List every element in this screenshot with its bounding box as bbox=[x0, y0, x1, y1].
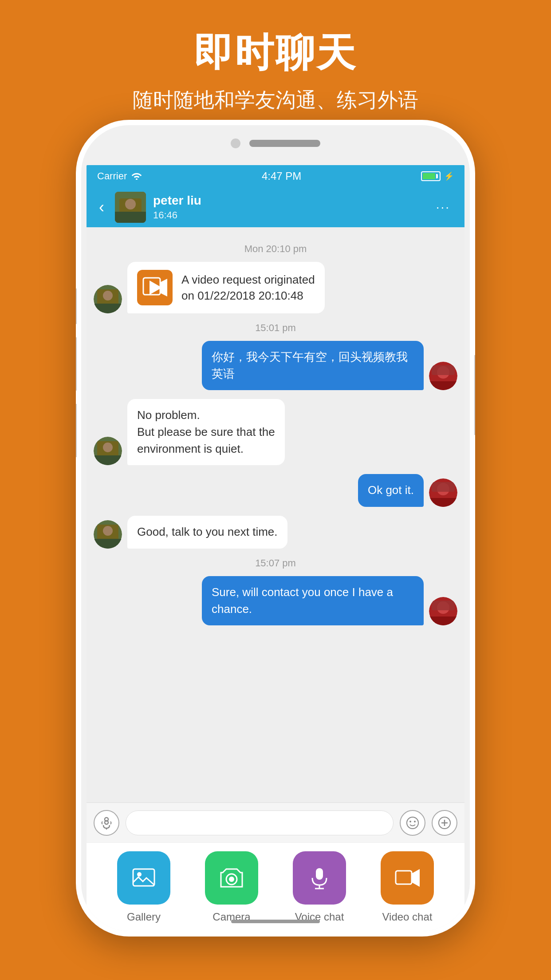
message-row-received-1: No problem.But please be sure that theen… bbox=[94, 399, 457, 465]
bubble-received-2: Good, talk to you next time. bbox=[127, 516, 287, 549]
back-button[interactable]: ‹ bbox=[95, 194, 108, 220]
video-request-text: A video request originatedon 01/22/2018 … bbox=[181, 272, 315, 304]
wifi-icon bbox=[131, 171, 142, 182]
bubble-sent-3: Sure, will contact you once I have a cha… bbox=[202, 576, 424, 625]
header-area: 即时聊天 随时随地和学友沟通、练习外语 bbox=[0, 0, 551, 132]
svg-rect-31 bbox=[429, 616, 457, 625]
input-bar bbox=[87, 802, 464, 842]
contact-last-time: 16:46 bbox=[153, 209, 424, 221]
svg-rect-15 bbox=[429, 381, 457, 390]
phone-top-decor bbox=[231, 138, 320, 148]
timestamp-1: Mon 20:10 pm bbox=[94, 243, 457, 255]
status-time: 4:47 PM bbox=[262, 170, 301, 182]
toolbar-item-voice-chat[interactable]: Voice chat bbox=[293, 851, 346, 923]
video-icon-box bbox=[137, 270, 173, 305]
battery-indicator bbox=[421, 171, 441, 181]
svg-point-42 bbox=[137, 872, 142, 877]
gallery-label: Gallery bbox=[127, 911, 161, 923]
svg-marker-11 bbox=[160, 279, 167, 296]
message-row-sent-2: Ok got it. bbox=[94, 474, 457, 507]
camera-icon-box bbox=[205, 851, 258, 905]
voice-chat-icon-box bbox=[293, 851, 346, 905]
svg-rect-41 bbox=[133, 869, 154, 886]
svg-point-44 bbox=[229, 877, 234, 882]
front-camera bbox=[231, 138, 240, 148]
message-row-sent-3: Sure, will contact you once I have a cha… bbox=[94, 576, 457, 625]
svg-point-0 bbox=[136, 178, 138, 180]
sent-avatar-3 bbox=[429, 597, 457, 625]
timestamp-3: 15:07 pm bbox=[94, 557, 457, 569]
svg-point-33 bbox=[105, 821, 108, 824]
emoji-button[interactable] bbox=[400, 810, 425, 836]
video-request-bubble: A video request originatedon 01/22/2018 … bbox=[127, 262, 325, 313]
svg-rect-19 bbox=[94, 455, 122, 465]
gallery-icon-box bbox=[117, 851, 170, 905]
chat-area[interactable]: Mon 20:10 pm bbox=[87, 227, 464, 802]
svg-marker-49 bbox=[412, 869, 420, 887]
contact-avatar-image bbox=[115, 192, 146, 223]
battery-fill bbox=[423, 173, 435, 179]
nav-bar: ‹ peter liu 16:46 ··· bbox=[87, 187, 464, 227]
contact-avatar bbox=[115, 192, 146, 223]
voice-input-button[interactable] bbox=[94, 810, 119, 836]
message-row-sent-1: 你好，我今天下午有空，回头视频教我英语 bbox=[94, 341, 457, 390]
svg-rect-22 bbox=[432, 482, 455, 492]
toolbar-item-video-chat[interactable]: Video chat bbox=[381, 851, 434, 923]
header-subtitle: 随时随地和学友沟通、练习外语 bbox=[0, 87, 551, 114]
svg-point-36 bbox=[409, 821, 411, 822]
bubble-received-1: No problem.But please be sure that theen… bbox=[127, 399, 285, 465]
charging-icon: ⚡ bbox=[444, 171, 454, 181]
status-bar-left: Carrier bbox=[97, 170, 142, 182]
bottom-toolbar: Gallery Camera bbox=[87, 842, 464, 931]
contact-info: peter liu 16:46 bbox=[153, 194, 424, 221]
video-chat-label: Video chat bbox=[382, 911, 433, 923]
status-bar: Carrier 4:47 PM ⚡ bbox=[87, 165, 464, 187]
side-button-mute bbox=[76, 288, 77, 324]
svg-rect-30 bbox=[432, 601, 455, 610]
video-chat-icon-box bbox=[381, 851, 434, 905]
message-input[interactable] bbox=[126, 810, 394, 835]
svg-point-3 bbox=[125, 199, 136, 209]
svg-point-18 bbox=[103, 443, 113, 452]
received-avatar-3 bbox=[94, 520, 122, 549]
svg-rect-27 bbox=[94, 539, 122, 549]
timestamp-2: 15:01 pm bbox=[94, 322, 457, 334]
svg-rect-14 bbox=[432, 365, 455, 375]
toolbar-item-gallery[interactable]: Gallery bbox=[117, 851, 170, 923]
sent-avatar-2 bbox=[429, 478, 457, 507]
svg-point-26 bbox=[103, 526, 113, 536]
received-avatar-2 bbox=[94, 437, 122, 465]
phone-inner: Carrier 4:47 PM ⚡ ‹ bbox=[81, 125, 470, 931]
add-button[interactable] bbox=[432, 810, 457, 836]
speaker-grille bbox=[249, 140, 320, 147]
sent-avatar-1 bbox=[429, 362, 457, 390]
battery-tip bbox=[436, 174, 438, 178]
message-row-received-2: Good, talk to you next time. bbox=[94, 516, 457, 549]
toolbar-item-camera[interactable]: Camera bbox=[205, 851, 258, 923]
bubble-sent-1: 你好，我今天下午有空，回头视频教我英语 bbox=[202, 341, 424, 390]
side-button-power bbox=[474, 355, 475, 435]
message-row-video-request: A video request originatedon 01/22/2018 … bbox=[94, 262, 457, 313]
svg-rect-4 bbox=[115, 212, 146, 223]
svg-point-7 bbox=[103, 291, 113, 300]
bubble-sent-2: Ok got it. bbox=[358, 474, 424, 507]
nav-more-button[interactable]: ··· bbox=[431, 197, 456, 218]
received-avatar-1 bbox=[94, 285, 122, 313]
carrier-label: Carrier bbox=[97, 170, 127, 182]
side-button-vol-down bbox=[76, 404, 77, 457]
svg-rect-8 bbox=[94, 304, 122, 313]
svg-rect-23 bbox=[429, 498, 457, 507]
svg-rect-45 bbox=[316, 868, 323, 880]
svg-point-37 bbox=[414, 821, 416, 822]
home-indicator bbox=[231, 920, 320, 923]
side-button-vol-up bbox=[76, 337, 77, 391]
phone-frame: Carrier 4:47 PM ⚡ ‹ bbox=[76, 120, 475, 937]
svg-point-35 bbox=[407, 817, 418, 829]
status-bar-right: ⚡ bbox=[421, 171, 454, 181]
svg-rect-48 bbox=[396, 871, 412, 884]
contact-name: peter liu bbox=[153, 194, 424, 208]
header-title: 即时聊天 bbox=[0, 27, 551, 79]
